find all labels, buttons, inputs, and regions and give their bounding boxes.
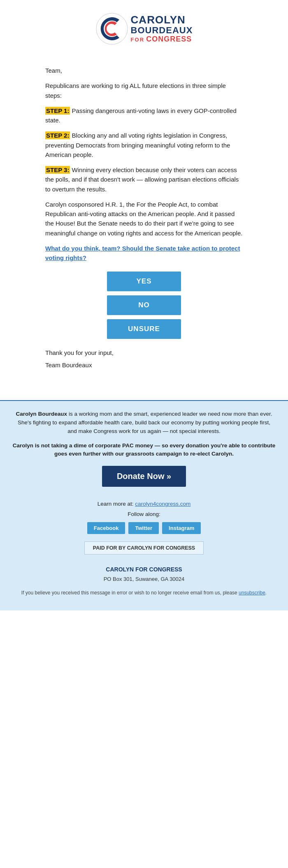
- question-link[interactable]: What do you think, team? Should the Sena…: [45, 245, 240, 261]
- logo-for: FOR: [131, 37, 144, 43]
- step1-label: STEP 1:: [45, 107, 70, 115]
- greeting: Team,: [45, 66, 243, 75]
- step3-paragraph: STEP 3: Winning every election because o…: [45, 165, 243, 194]
- paid-for-text: PAID FOR BY CAROLYN FOR CONGRESS: [93, 545, 195, 551]
- question-paragraph: What do you think, team? Should the Sena…: [45, 244, 243, 263]
- donate-button[interactable]: Donate Now »: [102, 466, 186, 487]
- footer: Carolyn Bourdeaux is a working mom and t…: [0, 400, 288, 610]
- follow-label: Follow along:: [12, 510, 276, 519]
- unsure-button[interactable]: UNSURE: [107, 319, 181, 339]
- twitter-button[interactable]: Twitter: [128, 522, 159, 534]
- intro-paragraph: Republicans are working to rig ALL futur…: [45, 81, 243, 100]
- vote-buttons-container: YES NO UNSURE: [45, 272, 243, 339]
- footer-bio: Carolyn Bourdeaux is a working mom and t…: [12, 410, 276, 436]
- logo-header: CAROLYN BOURDEAUX FOR CONGRESS: [0, 0, 288, 53]
- learn-more-link[interactable]: carolyn4congress.com: [135, 501, 190, 507]
- yes-button[interactable]: YES: [107, 272, 181, 291]
- unsubscribe-link[interactable]: unsubscribe: [239, 590, 265, 596]
- facebook-button[interactable]: Facebook: [87, 522, 125, 534]
- footer-bio-bold: Carolyn Bourdeaux: [16, 411, 67, 417]
- step2-text: Blocking any and all voting rights legis…: [45, 132, 230, 158]
- bottom-spacer: [0, 610, 288, 857]
- email-body: Team, Republicans are working to rig ALL…: [37, 53, 251, 384]
- instagram-button[interactable]: Instagram: [162, 522, 201, 534]
- step3-label: STEP 3:: [45, 166, 70, 174]
- logo-bourdeaux: BOURDEAUX: [131, 25, 193, 35]
- thank-you: Thank you for your input,: [45, 348, 243, 357]
- step1-text: Passing dangerous anti-voting laws in ev…: [45, 107, 237, 124]
- team-sign: Team Bourdeaux: [45, 360, 243, 370]
- logo-carolyn: CAROLYN: [131, 14, 193, 26]
- org-name: CAROLYN FOR CONGRESS: [12, 565, 276, 574]
- donate-button-wrapper: Donate Now »: [12, 466, 276, 494]
- org-address: PO Box 301, Suwanee, GA 30024: [12, 575, 276, 583]
- logo-congress: CONGRESS: [146, 35, 192, 43]
- step2-paragraph: STEP 2: Blocking any and all voting righ…: [45, 131, 243, 159]
- hr1-paragraph: Carolyn cosponsored H.R. 1, the For the …: [45, 200, 243, 238]
- step2-label: STEP 2:: [45, 131, 70, 139]
- paid-for-wrapper: PAID FOR BY CAROLYN FOR CONGRESS: [12, 541, 276, 560]
- step1-paragraph: STEP 1: Passing dangerous anti-voting la…: [45, 106, 243, 125]
- learn-more-prefix: Learn more at:: [98, 501, 135, 507]
- no-button[interactable]: NO: [107, 295, 181, 315]
- logo-text: CAROLYN BOURDEAUX FOR CONGRESS: [131, 14, 193, 44]
- campaign-logo-icon: [95, 12, 128, 45]
- social-buttons: Facebook Twitter Instagram: [12, 522, 276, 534]
- step3-text: Winning every election because only thei…: [45, 166, 239, 193]
- paid-for-box: PAID FOR BY CAROLYN FOR CONGRESS: [84, 541, 204, 555]
- unsubscribe-text: If you believe you received this message…: [12, 589, 276, 596]
- footer-no-pac: Carolyn is not taking a dime of corporat…: [12, 442, 276, 459]
- learn-more: Learn more at: carolyn4congress.com: [12, 500, 276, 509]
